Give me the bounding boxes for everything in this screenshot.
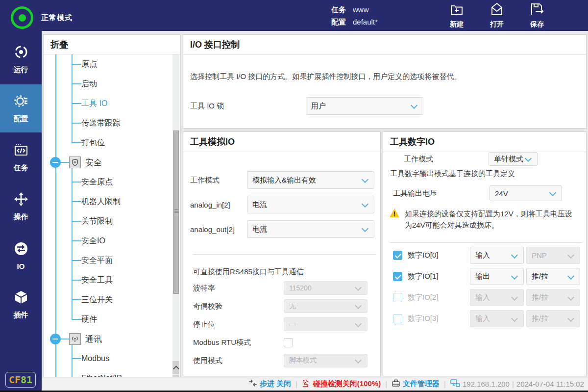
tree-item-packing[interactable]: 打包位: [44, 133, 180, 153]
digital-io-3-checkbox[interactable]: [393, 314, 402, 323]
sidebar-item-config[interactable]: 配置: [0, 84, 42, 132]
tree-item-three-position-switch[interactable]: 三位开关: [44, 290, 180, 310]
tool-output-voltage-select[interactable]: 24V: [490, 185, 562, 201]
shield-plus-icon: [69, 157, 81, 168]
save-icon: [530, 2, 544, 19]
analog-out-select[interactable]: 电流: [247, 220, 374, 238]
chevron-down-icon: [567, 272, 574, 279]
parity-select[interactable]: 无: [284, 299, 368, 313]
new-button-label: 新建: [450, 20, 464, 29]
chevron-down-icon: [362, 201, 368, 208]
code-window-icon: [13, 142, 29, 160]
digital-io-1-type-select[interactable]: 推/拉: [526, 268, 580, 285]
collapse-minus-icon[interactable]: [50, 334, 61, 344]
tree-item-hardware[interactable]: 硬件: [44, 310, 180, 329]
io-circle-icon: [13, 241, 29, 259]
tree-item-safety-tool[interactable]: 安全工具: [44, 270, 180, 290]
network-info: 192.168.1.200 | 2024-07-04 11:15:02: [450, 379, 584, 389]
collision-icon: [302, 379, 311, 389]
chevron-down-icon: [549, 189, 556, 196]
tool-io-lock-label: 工具 IO 锁: [190, 102, 306, 111]
sidebar-item-plugin[interactable]: 插件: [0, 281, 42, 329]
warning-text: 如果连接的设备仅支持配置为12V，则将工具电压设为24V可能会对其造成损坏。: [405, 208, 577, 231]
chevron-down-icon: [362, 176, 368, 183]
tree-collapse-header[interactable]: 折叠: [44, 35, 180, 54]
chevron-down-icon: [355, 357, 362, 364]
tree-item-safety-planes[interactable]: 安全平面: [44, 251, 180, 270]
left-nav-sidebar: 运行 配置 任务: [0, 31, 42, 392]
step-mode-status[interactable]: 步进 关闭: [248, 379, 291, 389]
task-value: www: [353, 3, 369, 16]
panel-title: 工具数字IO: [383, 132, 586, 152]
panel-title: I/O 接口控制: [183, 35, 586, 55]
chevron-down-icon: [362, 225, 368, 232]
datetime: 2024-07-04 11:15:02: [516, 380, 584, 388]
tree-item-safety[interactable]: 安全: [44, 153, 180, 172]
scrollbar-thumb[interactable]: [173, 131, 179, 294]
mode-label: 正常模式: [41, 13, 73, 23]
tree-item-joint-limits[interactable]: 关节限制: [44, 211, 180, 231]
chevron-down-icon: [567, 251, 574, 258]
tree-item-modbus[interactable]: Modbus: [44, 349, 180, 368]
digital-io-0-checkbox[interactable]: [393, 251, 402, 260]
tree-scrollbar[interactable]: [172, 54, 179, 388]
digital-io-3-direction-select[interactable]: 输入: [470, 310, 524, 327]
chevron-down-icon: [511, 314, 518, 321]
analog-in-select[interactable]: 电流: [247, 196, 374, 213]
digital-work-mode-select[interactable]: 单针模式: [489, 152, 538, 166]
voltage-warning: 如果连接的设备仅支持配置为12V，则将工具电压设为24V可能会对其造成损坏。: [389, 208, 577, 231]
tree-item-robot-limits[interactable]: 机器人限制: [44, 192, 180, 211]
config-value: default*: [353, 16, 378, 28]
file-manager-button[interactable]: 文件管理器: [392, 379, 440, 389]
sidebar-item-label: 操作: [14, 212, 28, 222]
collapse-minus-icon[interactable]: [50, 157, 61, 168]
move-arrows-icon: [13, 191, 29, 209]
new-button[interactable]: 新建: [444, 2, 469, 29]
status-ring-icon: [11, 6, 33, 29]
collision-detection-status[interactable]: 碰撞检测关闭(100%): [302, 379, 381, 389]
open-button[interactable]: 打开: [484, 2, 510, 29]
tool-analog-io-panel: 工具模拟IO 工作模式 模拟输入&输出有效 analog_in[2] 电流 an…: [183, 131, 381, 376]
digital-io-3-type-select[interactable]: 推/拉: [526, 310, 580, 327]
digital-io-0-direction-select[interactable]: 输入: [470, 247, 524, 264]
stop-bits-select[interactable]: —: [284, 317, 368, 331]
open-button-label: 打开: [490, 20, 504, 29]
digital-io-1-direction-select[interactable]: 输出: [470, 268, 524, 285]
tree-body: 原点 启动 工具 IO 传送带跟踪 打包位 安全 安全原点 机器人限制 关节限制…: [44, 54, 180, 388]
tree-item-tool-io[interactable]: 工具 IO: [44, 94, 180, 113]
gear-icon: [13, 93, 29, 111]
scroll-up-button[interactable]: [172, 361, 179, 374]
tree-item-startup[interactable]: 启动: [44, 74, 180, 94]
modbus-rtu-checkbox[interactable]: [284, 338, 293, 347]
digital-io-row-0: 数字IO[0] 输入 PNP: [393, 247, 576, 264]
sidebar-item-label: 运行: [14, 65, 28, 75]
digital-io-1-checkbox[interactable]: [393, 272, 402, 281]
tree-item-safety-io[interactable]: 安全IO: [44, 231, 180, 251]
chevron-down-icon: [511, 272, 518, 279]
tree-item-conveyor[interactable]: 传送带跟踪: [44, 113, 180, 133]
tree-item-communication[interactable]: 通讯: [44, 329, 180, 349]
chevron-down-icon: [567, 314, 574, 321]
digital-io-0-type-select[interactable]: PNP: [526, 247, 580, 264]
usage-mode-select[interactable]: 脚本模式: [284, 354, 368, 367]
chevron-down-icon: [355, 302, 362, 309]
sidebar-item-task[interactable]: 任务: [0, 133, 42, 182]
digital-io-note: 工具数字输出模式基于连接的工具定义: [390, 169, 586, 179]
tool-io-lock-select[interactable]: 用户: [306, 97, 423, 115]
digital-io-2-direction-select[interactable]: 输入: [470, 289, 524, 306]
file-manager-icon: [392, 379, 400, 389]
io-interface-control-panel: I/O 接口控制 选择控制工具 I/O 接口的方式。如果扩展插件控制接口，用户定…: [183, 34, 587, 129]
baud-rate-select[interactable]: 115200: [284, 281, 368, 295]
sidebar-item-operate[interactable]: 操作: [0, 183, 42, 231]
sidebar-item-io[interactable]: IO: [0, 232, 42, 280]
cube-icon: [13, 289, 29, 307]
digital-io-2-checkbox[interactable]: [393, 293, 402, 302]
tree-item-home[interactable]: 原点: [44, 54, 180, 74]
save-button[interactable]: 保存: [524, 2, 550, 29]
save-button-label: 保存: [530, 20, 544, 29]
tree-item-safety-home[interactable]: 安全原点: [44, 172, 180, 192]
analog-work-mode-select[interactable]: 模拟输入&输出有效: [247, 171, 374, 189]
digital-io-2-type-select[interactable]: 推/拉: [526, 289, 580, 306]
sidebar-item-run[interactable]: 运行: [0, 35, 42, 83]
open-icon: [490, 2, 504, 19]
